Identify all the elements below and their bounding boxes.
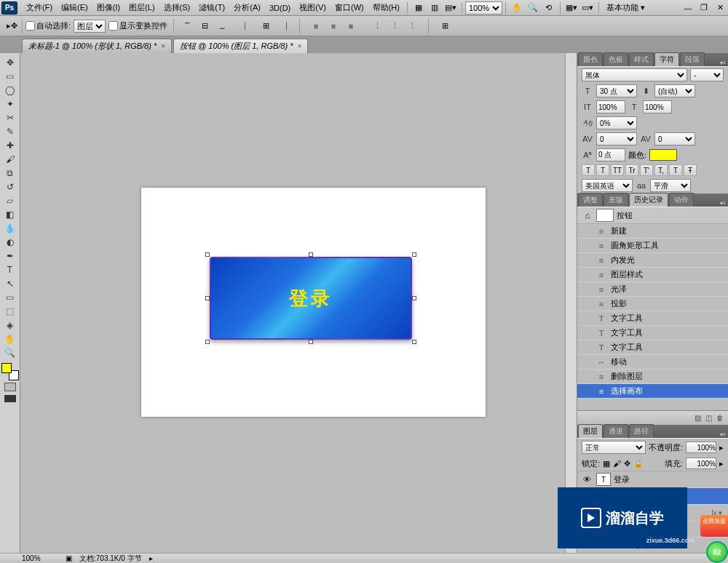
eraser-tool[interactable]: ▱ <box>2 194 18 207</box>
color-swatches[interactable] <box>1 363 19 380</box>
workspace-select[interactable]: 基本功能 ▾ <box>602 2 649 13</box>
history-row[interactable]: ≡圆角矩形工具 <box>577 239 728 253</box>
tab-swatches[interactable]: 色板 <box>604 52 628 66</box>
history-row[interactable]: T文字工具 <box>577 340 728 355</box>
tab-channels[interactable]: 通道 <box>604 424 628 438</box>
layer-row[interactable]: 👁T登录 <box>577 471 728 488</box>
auto-select-target[interactable]: 图层 <box>74 20 106 33</box>
history-row[interactable]: ≡图层样式 <box>577 268 728 282</box>
align-bottom-icon[interactable]: ⎽ <box>215 19 229 33</box>
menu-select[interactable]: 选择(S) <box>159 2 195 13</box>
menu-window[interactable]: 窗口(W) <box>331 2 368 13</box>
minibridge-icon[interactable]: ▥ <box>428 1 441 15</box>
heal-tool[interactable]: ✚ <box>2 139 18 152</box>
tab-adjust[interactable]: 调整 <box>578 193 603 207</box>
blur-tool[interactable]: 💧 <box>2 222 18 235</box>
auto-select-check[interactable]: 自动选择: <box>25 20 71 31</box>
doc-tab-1[interactable]: 未标题-1 @ 100% (形状 1, RGB/8) *× <box>22 39 172 53</box>
baseline-input[interactable] <box>596 148 625 161</box>
screenmode-toggle[interactable] <box>4 395 16 402</box>
align-hcenter-icon[interactable]: ⊞ <box>258 19 273 33</box>
menu-file[interactable]: 文件(F) <box>22 2 57 13</box>
menu-image[interactable]: 图像(I) <box>92 2 124 13</box>
tab-actions[interactable]: 动作 <box>669 193 694 207</box>
lock-pixels-icon[interactable]: 🖌 <box>613 459 621 468</box>
gradient-tool[interactable]: ◧ <box>2 208 18 221</box>
vscale-input[interactable] <box>596 100 625 113</box>
close-icon[interactable]: × <box>161 42 165 50</box>
leading-select[interactable]: (自动) <box>654 84 695 97</box>
window-minimize-icon[interactable]: — <box>681 1 695 15</box>
opacity-input[interactable] <box>686 442 716 453</box>
distribute-left-icon[interactable]: ⋮ <box>370 19 384 33</box>
fill-input[interactable] <box>686 458 716 469</box>
move-tool[interactable]: ✥ <box>2 56 18 69</box>
type-tool[interactable]: T <box>2 263 18 276</box>
hand-icon[interactable]: ✋ <box>510 1 523 15</box>
strike-button[interactable]: Ŧ <box>684 164 697 176</box>
3d-camera-tool[interactable]: ◈ <box>2 319 18 332</box>
history-brush-tool[interactable]: ↺ <box>2 180 18 193</box>
history-row[interactable]: T文字工具 <box>577 311 728 326</box>
menu-analysis[interactable]: 分析(A) <box>229 2 265 13</box>
foreground-color-swatch[interactable] <box>1 363 12 373</box>
close-icon[interactable]: × <box>298 42 302 50</box>
distribute-bottom-icon[interactable]: ≡ <box>344 19 358 33</box>
3d-tool[interactable]: ⬚ <box>2 305 18 318</box>
bridge-icon[interactable]: ▦ <box>412 1 425 15</box>
zoom-icon[interactable]: 🔍 <box>526 1 539 15</box>
tab-masks[interactable]: 差版 <box>604 193 628 207</box>
menu-help[interactable]: 帮助(H) <box>368 2 404 13</box>
tracking-select[interactable]: 0% <box>596 116 637 129</box>
vertical-scrollbar[interactable] <box>565 53 577 553</box>
window-restore-icon[interactable]: ❐ <box>697 1 711 15</box>
rotate-icon[interactable]: ⟲ <box>542 1 555 15</box>
lasso-tool[interactable]: ◯ <box>2 84 18 97</box>
lock-position-icon[interactable]: ✥ <box>624 459 630 468</box>
new-doc-from-state-icon[interactable]: ◫ <box>705 414 712 422</box>
antialias-select[interactable]: 平滑 <box>650 179 691 192</box>
layer-thumb[interactable]: T <box>596 473 611 486</box>
history-row[interactable]: ≡内发光 <box>577 253 728 268</box>
canvas-area[interactable]: 登录 <box>20 53 577 553</box>
window-close-icon[interactable]: ✕ <box>713 1 727 15</box>
italic-button[interactable]: T <box>596 164 609 176</box>
align-left-icon[interactable]: ⎸ <box>241 19 256 33</box>
menu-filter[interactable]: 滤镜(T) <box>194 2 229 13</box>
lock-all-icon[interactable]: 🔒 <box>633 459 644 468</box>
crop-tool[interactable]: ✂ <box>2 111 18 124</box>
doc-tab-2[interactable]: 按钮 @ 100% (图层 1, RGB/8) *× <box>173 39 308 53</box>
menu-3d[interactable]: 3D(D) <box>265 4 295 12</box>
history-row[interactable]: ≡光泽 <box>577 282 728 297</box>
menu-edit[interactable]: 编辑(E) <box>57 2 92 13</box>
tab-history[interactable]: 历史记录 <box>629 193 668 207</box>
menu-layer[interactable]: 图层(L) <box>124 2 159 13</box>
metrics-select[interactable]: 0 <box>654 132 695 145</box>
viewextras-icon[interactable]: ▤▾ <box>444 1 457 15</box>
history-row[interactable]: ≡删除图层 <box>577 370 728 384</box>
history-row[interactable]: ↔移动 <box>577 355 728 370</box>
history-snapshot-thumb[interactable] <box>596 209 614 222</box>
eyedropper-tool[interactable]: ✎ <box>2 125 18 138</box>
distribute-hcenter-icon[interactable]: ⋮ <box>387 19 402 33</box>
panel-menu-icon[interactable]: ▾≡ <box>718 431 728 438</box>
pen-tool[interactable]: ✒ <box>2 249 18 263</box>
history-row[interactable]: ≡选择画布 <box>577 384 728 399</box>
align-top-icon[interactable]: ⎺ <box>180 19 194 33</box>
align-right-icon[interactable]: ⎹ <box>276 19 290 33</box>
panel-menu-icon[interactable]: ▾≡ <box>718 60 728 66</box>
hand-tool[interactable]: ✋ <box>2 332 18 346</box>
font-style-select[interactable]: - <box>690 68 724 81</box>
blend-mode-select[interactable]: 正常 <box>582 441 646 454</box>
history-row[interactable]: ≡新建 <box>577 224 728 239</box>
tab-layers[interactable]: 图层 <box>578 424 603 438</box>
snapshot-icon[interactable]: ⎌ <box>582 211 593 220</box>
distribute-top-icon[interactable]: ≡ <box>309 19 323 33</box>
font-size-select[interactable]: 30 点 <box>596 84 637 97</box>
tab-styles[interactable]: 样式 <box>629 52 654 66</box>
zoom-tool[interactable]: 🔍 <box>2 346 18 359</box>
tab-paths[interactable]: 路径 <box>629 424 654 438</box>
fill-flyout-icon[interactable]: ▸ <box>719 459 724 468</box>
opacity-flyout-icon[interactable]: ▸ <box>719 443 724 452</box>
bold-button[interactable]: T <box>582 164 595 176</box>
